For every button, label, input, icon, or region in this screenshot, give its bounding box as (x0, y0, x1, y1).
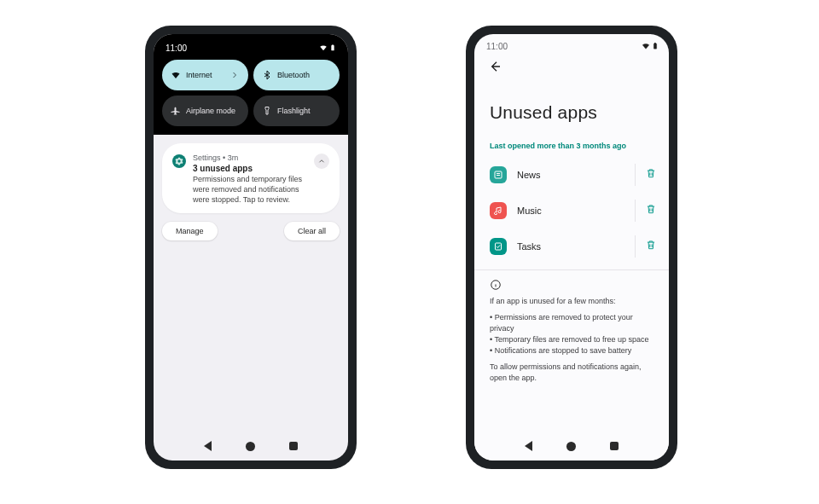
nav-back-button[interactable] (525, 441, 532, 451)
nav-bar (474, 432, 669, 461)
wifi-status-icon (319, 43, 328, 52)
screen-right: 11:00 Unused apps Last opened more than … (474, 34, 669, 461)
app-row-tasks[interactable]: Tasks (474, 229, 669, 264)
qs-tile-label: Airplane mode (186, 107, 235, 115)
info-bullet: Notifications are stopped to save batter… (490, 345, 653, 356)
trash-icon (645, 203, 657, 218)
phone-frame-right: 11:00 Unused apps Last opened more than … (466, 26, 677, 469)
header (474, 55, 669, 78)
status-bar: 11:00 (162, 41, 340, 60)
qs-tile-airplane[interactable]: Airplane mode (162, 96, 248, 126)
notification-body: Permissions and temporary files were rem… (193, 174, 307, 205)
battery-status-icon (652, 41, 659, 51)
svg-rect-1 (332, 44, 333, 45)
section-label: Last opened more than 3 months ago (474, 142, 669, 157)
chevron-up-icon (317, 154, 326, 169)
flashlight-icon (262, 106, 272, 116)
notification-meta: Settings • 3m (193, 154, 307, 162)
page-title: Unused apps (474, 78, 669, 142)
wifi-icon (171, 70, 181, 80)
phone-frame-left: 11:00 Internet (145, 26, 357, 469)
chevron-right-icon (229, 70, 240, 80)
quick-settings-panel: 11:00 Internet (154, 34, 348, 135)
info-block: If an app is unused for a few months: Pe… (474, 279, 669, 384)
settings-icon (172, 154, 186, 168)
qs-tile-label: Flashlight (277, 107, 311, 115)
trash-icon (645, 239, 657, 254)
quick-settings-grid: Internet Bluetooth (162, 60, 340, 126)
qs-tile-label: Internet (186, 71, 212, 79)
music-app-icon (490, 202, 507, 219)
tasks-app-icon (490, 238, 507, 255)
app-name: Music (517, 206, 624, 216)
news-app-icon (490, 166, 507, 183)
status-bar: 11:00 (474, 34, 669, 55)
info-bullet: Temporary files are removed to free up s… (490, 334, 653, 345)
delete-app-button[interactable] (635, 200, 657, 222)
qs-tile-label: Bluetooth (277, 71, 310, 79)
app-name: News (517, 170, 624, 180)
battery-status-icon (329, 43, 336, 53)
airplane-icon (171, 106, 181, 116)
status-icons (642, 41, 659, 51)
info-trail: To allow permissions and notifications a… (490, 362, 653, 384)
notification-title: 3 unused apps (193, 164, 307, 173)
nav-recents-button[interactable] (289, 442, 298, 450)
svg-rect-2 (653, 43, 656, 49)
qs-tile-internet[interactable]: Internet (162, 60, 248, 90)
manage-button[interactable]: Manage (162, 222, 218, 240)
notification-actions: Manage Clear all (162, 222, 340, 240)
screen-left: 11:00 Internet (154, 34, 348, 461)
delete-app-button[interactable] (635, 164, 657, 186)
nav-home-button[interactable] (566, 442, 576, 451)
bluetooth-icon (262, 70, 272, 80)
status-icons (319, 43, 336, 53)
clear-all-button[interactable]: Clear all (284, 222, 340, 240)
svg-rect-3 (654, 43, 655, 43)
trash-icon (645, 167, 657, 182)
info-bullets: Permissions are removed to protect your … (490, 312, 653, 356)
collapse-notification-button[interactable] (314, 154, 329, 169)
qs-tile-flashlight[interactable]: Flashlight (253, 96, 340, 126)
nav-back-button[interactable] (204, 441, 212, 451)
nav-recents-button[interactable] (610, 442, 619, 450)
back-button[interactable] (485, 58, 505, 78)
info-icon (490, 279, 502, 291)
nav-bar (154, 432, 348, 461)
svg-rect-0 (331, 45, 334, 50)
notification-list: Settings • 3m 3 unused apps Permissions … (154, 135, 348, 249)
app-row-news[interactable]: News (474, 157, 669, 193)
info-bullet: Permissions are removed to protect your … (490, 312, 653, 334)
nav-home-button[interactable] (246, 442, 255, 451)
svg-rect-5 (496, 243, 502, 250)
info-lead: If an app is unused for a few months: (490, 296, 653, 307)
status-time: 11:00 (166, 43, 187, 53)
qs-tile-bluetooth[interactable]: Bluetooth (253, 60, 340, 90)
status-time: 11:00 (486, 42, 508, 51)
divider (474, 269, 669, 270)
notification-card[interactable]: Settings • 3m 3 unused apps Permissions … (162, 143, 340, 213)
app-name: Tasks (517, 241, 624, 252)
arrow-left-icon (488, 60, 502, 77)
wifi-status-icon (642, 42, 650, 50)
delete-app-button[interactable] (635, 235, 657, 258)
app-row-music[interactable]: Music (474, 193, 669, 229)
